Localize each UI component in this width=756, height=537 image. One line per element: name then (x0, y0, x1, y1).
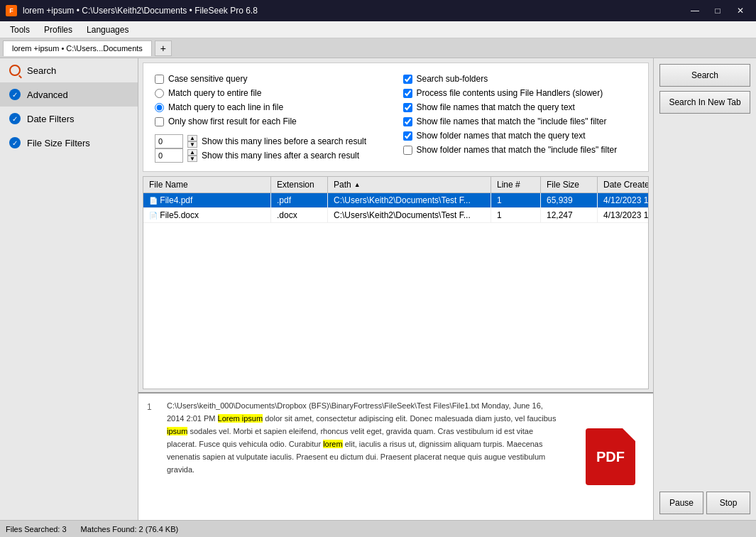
file-list-header: File Name Extension Path ▲ Line # File S… (143, 177, 648, 193)
first-result-label: Only show first result for each File (168, 116, 297, 126)
show-names-include-label: Show file names that match the "include … (417, 116, 607, 126)
col-header-path[interactable]: Path ▲ (328, 177, 491, 192)
tab-add-button[interactable]: + (155, 40, 172, 56)
preview-area: 1 C:\Users\keith_000\Documents\Dropbox (… (138, 392, 653, 520)
docx-icon: 📄 (149, 212, 158, 219)
col-header-created[interactable]: Date Created (598, 177, 649, 192)
sidebar-advanced-label: Advanced (27, 90, 68, 100)
menu-languages[interactable]: Languages (80, 23, 136, 36)
date-filters-check-icon: ✓ (9, 113, 21, 124)
lines-before-spinner[interactable]: ▲ ▼ (187, 135, 197, 148)
lines-after-input[interactable]: 0 (155, 148, 183, 163)
sidebar-item-advanced[interactable]: ✓ Advanced (0, 82, 138, 107)
lines-before-up[interactable]: ▲ (187, 135, 197, 141)
first-result-checkbox[interactable] (155, 117, 164, 126)
file-size-cell: 12,247 (541, 208, 598, 222)
search-button[interactable]: Search (659, 64, 750, 87)
menu-bar: Tools Profiles Languages (0, 21, 756, 38)
show-folder-include-label: Show folder names that match the "includ… (417, 145, 618, 155)
pdf-icon: 📄 (149, 197, 158, 205)
col-header-size[interactable]: File Size (541, 177, 598, 192)
file-line-cell: 1 (491, 193, 541, 207)
match-entire-option: Match query to entire file (155, 86, 389, 100)
file-ext-cell: .docx (271, 208, 328, 222)
sidebar-item-search[interactable]: Search (0, 58, 138, 82)
match-line-radio[interactable] (155, 103, 164, 112)
app-icon: F (6, 5, 17, 16)
stop-button[interactable]: Stop (706, 492, 750, 514)
lines-after-spinner[interactable]: ▲ ▼ (187, 149, 197, 162)
show-names-include-checkbox[interactable] (403, 117, 412, 126)
matches-found-status: Matches Found: 2 (76.4 KB) (81, 525, 179, 533)
minimize-button[interactable]: — (685, 4, 705, 18)
match-line-label: Match query to each line in file (168, 102, 283, 112)
right-panel: Search Search In New Tab Pause Stop (653, 58, 756, 520)
search-new-tab-button[interactable]: Search In New Tab (659, 91, 750, 114)
options-panel: Case sensitive query Match query to enti… (143, 63, 649, 172)
window-title: lorem +ipsum • C:\Users\Keith2\Documents… (23, 6, 258, 16)
menu-tools[interactable]: Tools (3, 23, 37, 36)
match-entire-radio[interactable] (155, 89, 164, 98)
show-folder-query-label: Show folder names that match the query t… (417, 131, 586, 141)
show-names-include-option: Show file names that match the "include … (403, 114, 637, 129)
search-icon (9, 65, 21, 76)
show-folder-query-checkbox[interactable] (403, 131, 412, 141)
case-sensitive-label: Case sensitive query (168, 74, 247, 84)
show-folder-include-option: Show folder names that match the "includ… (403, 143, 637, 157)
lines-before-label: Show this many lines before a search res… (202, 136, 366, 146)
close-button[interactable]: ✕ (730, 4, 750, 18)
files-searched-status: Files Searched: 3 (6, 525, 67, 533)
match-line-option: Match query to each line in file (155, 100, 389, 114)
process-handlers-label: Process file contents using File Handler… (417, 88, 603, 98)
pause-button[interactable]: Pause (659, 492, 703, 514)
menu-profiles[interactable]: Profiles (37, 23, 80, 36)
file-created-cell: 4/13/2023 12:06 PM (598, 208, 649, 222)
lines-after-down[interactable]: ▼ (187, 156, 197, 162)
file-name-cell: 📄 File4.pdf (143, 193, 271, 207)
maximize-button[interactable]: □ (708, 4, 728, 18)
content-area: Case sensitive query Match query to enti… (138, 58, 653, 520)
lines-after-option: 0 ▲ ▼ Show this many lines after a searc… (155, 148, 389, 163)
show-folder-include-checkbox[interactable] (403, 146, 412, 155)
sidebar-item-date-filters[interactable]: ✓ Date Filters (0, 107, 138, 131)
table-row[interactable]: 📄 File4.pdf .pdf C:\Users\Keith2\Documen… (143, 193, 648, 208)
show-folder-query-option: Show folder names that match the query t… (403, 129, 637, 143)
file-created-cell: 4/12/2023 12:06 PM (598, 193, 649, 207)
search-subfolders-checkbox[interactable] (403, 75, 412, 84)
show-names-query-label: Show file names that match the query tex… (417, 102, 575, 112)
pause-stop-row: Pause Stop (659, 492, 750, 514)
case-sensitive-checkbox[interactable] (155, 75, 164, 84)
lines-after-up[interactable]: ▲ (187, 149, 197, 156)
file-size-check-icon: ✓ (9, 137, 21, 148)
main-layout: Search ✓ Advanced ✓ Date Filters ✓ File … (0, 58, 756, 520)
show-names-query-option: Show file names that match the query tex… (403, 100, 637, 114)
file-name-cell: 📄 File5.docx (143, 208, 271, 222)
sidebar-search-label: Search (27, 65, 56, 76)
pdf-big-icon: PDF (586, 428, 635, 485)
lines-before-input[interactable]: 0 (155, 134, 183, 148)
file-path-cell: C:\Users\Keith2\Documents\Test F... (328, 193, 491, 207)
file-line-cell: 1 (491, 208, 541, 222)
preview-path: C:\Users\keith_000\Documents\Dropbox (BF… (167, 401, 556, 474)
col-header-line[interactable]: Line # (491, 177, 541, 192)
case-sensitive-option: Case sensitive query (155, 72, 389, 86)
status-bar: Files Searched: 3 Matches Found: 2 (76.4… (0, 520, 756, 537)
sort-indicator: ▲ (354, 181, 361, 188)
process-handlers-checkbox[interactable] (403, 89, 412, 98)
preview-line-number: 1 (147, 399, 161, 514)
preview-text: 1 C:\Users\keith_000\Documents\Dropbox (… (138, 394, 568, 520)
match-entire-label: Match query to entire file (168, 88, 261, 98)
show-names-query-checkbox[interactable] (403, 103, 412, 112)
tab-label: lorem +ipsum • C:\Users...Documents (12, 44, 143, 53)
tab-main[interactable]: lorem +ipsum • C:\Users...Documents (3, 40, 152, 56)
col-header-name[interactable]: File Name (143, 177, 271, 192)
lines-before-down[interactable]: ▼ (187, 141, 197, 148)
advanced-check-icon: ✓ (9, 89, 21, 100)
lines-after-label: Show this many lines after a search resu… (202, 151, 359, 161)
process-handlers-option: Process file contents using File Handler… (403, 86, 637, 100)
col-header-ext[interactable]: Extension (271, 177, 328, 192)
table-row[interactable]: 📄 File5.docx .docx C:\Users\Keith2\Docum… (143, 208, 648, 223)
file-list: File Name Extension Path ▲ Line # File S… (143, 176, 649, 389)
pdf-preview-icon: PDF (568, 394, 653, 520)
sidebar-item-file-size[interactable]: ✓ File Size Filters (0, 131, 138, 155)
